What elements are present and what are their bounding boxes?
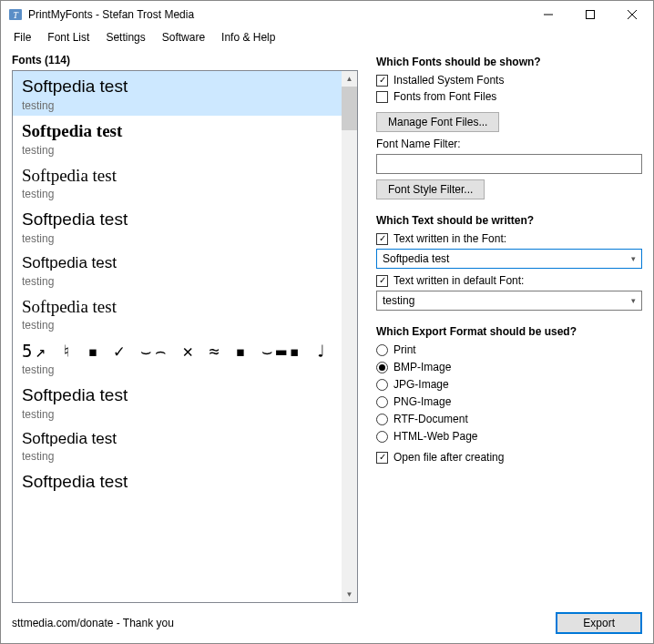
app-icon: T: [8, 7, 23, 22]
list-item[interactable]: Softpedia test: [13, 466, 342, 496]
radio-rtf-document[interactable]: [376, 414, 388, 425]
fonts-count-label: Fonts (114): [12, 54, 358, 66]
radio-html-web-page[interactable]: [376, 431, 388, 443]
chevron-down-icon: ▾: [631, 254, 636, 263]
list-item[interactable]: Softpedia testtesting: [13, 249, 342, 291]
radio-label: RTF-Document: [393, 413, 468, 425]
font-preview-name: Softpedia test: [22, 430, 332, 448]
list-item[interactable]: Softpedia testtesting: [13, 160, 342, 205]
font-preview-sub: testing: [22, 319, 332, 332]
scroll-down-button[interactable]: ▼: [342, 587, 357, 602]
radio-bmp-image[interactable]: [376, 362, 388, 373]
label-font-files: Fonts from Font Files: [393, 90, 496, 103]
list-item[interactable]: Softpedia testtesting: [13, 204, 342, 249]
font-preview-name: Softpedia test: [22, 472, 332, 493]
scroll-up-button[interactable]: ▲: [342, 71, 357, 87]
combo-text-default-font[interactable]: testing ▾: [376, 291, 642, 311]
font-preview-sub: testing: [22, 144, 332, 157]
font-preview-name: Softpedia test: [22, 254, 332, 272]
manage-font-files-button[interactable]: Manage Font Files...: [376, 112, 499, 132]
radio-label: Print: [393, 343, 416, 356]
radio-png-image[interactable]: [376, 396, 388, 408]
menubar: File Font List Settings Software Info & …: [1, 28, 653, 46]
menu-fontlist[interactable]: Font List: [40, 29, 97, 46]
checkbox-font-files[interactable]: [376, 91, 388, 103]
section-fonts-shown: Which Fonts should be shown?: [376, 56, 642, 68]
checkbox-installed-fonts[interactable]: ✓: [376, 75, 388, 87]
checkbox-open-after[interactable]: ✓: [376, 452, 388, 464]
font-preview-name: 5↗ ♮ ▪ ✓ ⌣⌢ ✕ ≈ ▪ ⌣▬▪ ♩: [22, 341, 332, 362]
radio-label: HTML-Web Page: [393, 430, 477, 443]
font-preview-name: Softpedia test: [22, 210, 332, 230]
menu-info[interactable]: Info & Help: [214, 29, 282, 46]
scroll-thumb[interactable]: [342, 87, 357, 130]
close-button[interactable]: [611, 1, 653, 28]
label-text-in-font: Text written in the Font:: [393, 232, 506, 245]
font-preview-sub: testing: [22, 363, 332, 376]
radio-print[interactable]: [376, 344, 388, 356]
font-name-filter-input[interactable]: [376, 154, 642, 174]
font-preview-name: Softpedia test: [22, 166, 332, 187]
font-name-filter-label: Font Name Filter:: [376, 138, 642, 150]
checkbox-text-default-font[interactable]: ✓: [376, 275, 388, 287]
font-preview-name: Softpedia test: [22, 385, 332, 406]
status-text: sttmedia.com/donate - Thank you: [12, 617, 174, 629]
radio-jpg-image[interactable]: [376, 379, 388, 391]
font-preview-sub: testing: [22, 408, 332, 421]
combo-text-in-font[interactable]: Softpedia test ▾: [376, 249, 642, 269]
radio-label: PNG-Image: [393, 395, 451, 408]
font-preview-sub: testing: [22, 275, 332, 288]
list-item[interactable]: 5↗ ♮ ▪ ✓ ⌣⌢ ✕ ≈ ▪ ⌣▬▪ ♩testing: [13, 335, 342, 380]
chevron-down-icon: ▾: [631, 296, 636, 305]
font-preview-name: Softpedia test: [22, 121, 332, 142]
menu-file[interactable]: File: [6, 29, 38, 46]
combo-text-default-font-value: testing: [383, 294, 414, 307]
font-preview-sub: testing: [22, 99, 332, 112]
scrollbar[interactable]: ▲ ▼: [342, 71, 357, 602]
radio-label: BMP-Image: [393, 361, 451, 373]
font-preview-sub: testing: [22, 450, 332, 463]
radio-label: JPG-Image: [393, 378, 449, 391]
menu-software[interactable]: Software: [155, 29, 212, 46]
list-item[interactable]: Softpedia testtesting: [13, 116, 342, 160]
list-item[interactable]: Softpedia testtesting: [13, 71, 342, 116]
titlebar: T PrintMyFonts - Stefan Trost Media: [1, 1, 653, 28]
section-text-written: Which Text should be written?: [376, 214, 642, 227]
minimize-button[interactable]: [527, 1, 569, 28]
label-open-after: Open file after creating: [393, 451, 504, 464]
font-style-filter-button[interactable]: Font Style Filter...: [376, 179, 485, 199]
font-preview-name: Softpedia test: [22, 77, 332, 97]
list-item[interactable]: Softpedia testtesting: [13, 424, 342, 466]
font-preview-sub: testing: [22, 232, 332, 245]
combo-text-in-font-value: Softpedia test: [383, 252, 449, 265]
font-preview-name: Softpedia test: [22, 297, 332, 318]
font-preview-sub: testing: [22, 188, 332, 200]
list-item[interactable]: Softpedia testtesting: [13, 291, 342, 336]
svg-rect-3: [587, 11, 595, 19]
label-installed-fonts: Installed System Fonts: [393, 74, 504, 87]
list-item[interactable]: Softpedia testtesting: [13, 380, 342, 424]
menu-settings[interactable]: Settings: [98, 29, 152, 46]
label-text-default-font: Text written in default Font:: [393, 274, 524, 287]
checkbox-text-in-font[interactable]: ✓: [376, 233, 388, 245]
maximize-button[interactable]: [569, 1, 611, 28]
section-export-format: Which Export Format should be used?: [376, 325, 642, 338]
export-button[interactable]: Export: [556, 612, 642, 634]
font-list[interactable]: Softpedia testtestingSoftpedia testtesti…: [12, 70, 358, 603]
window-title: PrintMyFonts - Stefan Trost Media: [28, 8, 527, 21]
